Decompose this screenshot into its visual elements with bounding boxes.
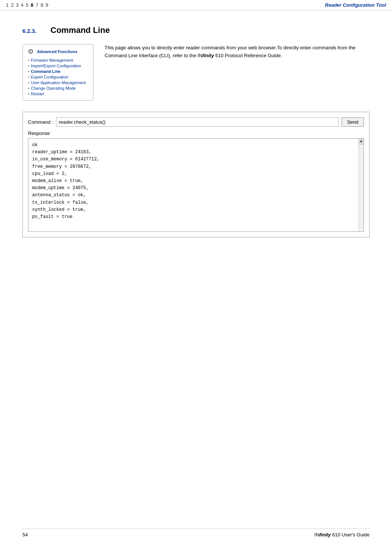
response-line: ps_fault = true <box>32 213 360 221</box>
sidebar-link-anchor-5[interactable]: Change Operating Mode <box>31 86 76 90</box>
page-number-1[interactable]: 1 <box>6 2 9 8</box>
response-line: reader_uptime = 24183, <box>32 149 360 156</box>
response-line: modem_alive = true, <box>32 178 360 185</box>
two-col-layout: ⚙ Advanced Functions Firmware Management… <box>22 44 370 101</box>
section-number: 6.2.3. <box>22 28 43 34</box>
response-box: okreader_uptime = 24183,in_use_memory = … <box>28 138 364 232</box>
page-number-4[interactable]: 4 <box>21 2 24 8</box>
command-panel: Command : Send Response okreader_uptime … <box>22 112 370 237</box>
command-row: Command : Send <box>28 117 364 127</box>
response-line: tx_interlock = false, <box>32 199 360 206</box>
app-title: Reader Configuration Tool <box>325 2 386 8</box>
sidebar-link-2[interactable]: Command Line <box>28 69 89 74</box>
description-text: This page allows you to directly enter r… <box>105 44 370 101</box>
sidebar-link-anchor-6[interactable]: Restart <box>31 92 44 96</box>
page-number-3[interactable]: 3 <box>16 2 18 8</box>
sidebar-box-title: Advanced Functions <box>37 49 77 54</box>
main-content: 6.2.3. Command Line ⚙ Advanced Functions… <box>0 10 392 260</box>
sidebar-link-3[interactable]: Expert Configuration <box>28 75 89 79</box>
footer-infinity-italic: finity <box>319 532 331 538</box>
send-button[interactable]: Send <box>342 117 364 127</box>
response-line: ok <box>32 142 360 149</box>
footer-page-number: 54 <box>22 532 28 538</box>
sidebar-link-4[interactable]: User Application Management <box>28 80 89 85</box>
sidebar-link-anchor-3[interactable]: Expert Configuration <box>31 75 68 79</box>
scrollbar-up-arrow[interactable]: ▲ <box>359 139 364 145</box>
sidebar-link-anchor-1[interactable]: Import/Export Configuration <box>31 64 81 68</box>
sidebar-link-5[interactable]: Change Operating Mode <box>28 86 89 90</box>
infinity-italic: finity <box>203 53 214 58</box>
response-line: cpu_load = 2, <box>32 170 360 178</box>
sidebar-links: Firmware ManagementImport/Export Configu… <box>27 58 89 96</box>
page-number-6[interactable]: 6 <box>31 2 33 8</box>
page-number-7[interactable]: 7 <box>36 2 38 8</box>
response-line: modem_uptime = 24075, <box>32 185 360 192</box>
response-label: Response <box>28 130 364 136</box>
sidebar-link-1[interactable]: Import/Export Configuration <box>28 64 89 68</box>
section-heading: 6.2.3. Command Line <box>22 25 370 35</box>
sidebar-link-anchor-2[interactable]: Command Line <box>31 69 61 74</box>
page-number-5[interactable]: 5 <box>26 2 28 8</box>
sidebar-link-6[interactable]: Restart <box>28 92 89 96</box>
section-title: Command Line <box>50 25 110 35</box>
response-scrollbar[interactable]: ▲ <box>358 139 364 231</box>
sidebar-link-anchor-0[interactable]: Firmware Management <box>31 58 73 62</box>
sidebar-link-0[interactable]: Firmware Management <box>28 58 89 62</box>
command-label: Command : <box>28 119 53 125</box>
response-line: in_use_memory = 61427712, <box>32 156 360 163</box>
response-content: okreader_uptime = 24183,in_use_memory = … <box>32 142 360 221</box>
response-line: free_memory = 2076672, <box>32 163 360 170</box>
sidebar-header: ⚙ Advanced Functions <box>27 47 89 56</box>
page-numbers: 123456789 <box>6 2 48 8</box>
top-bar: 123456789 Reader Configuration Tool <box>0 0 392 10</box>
response-line: synth_locked = true, <box>32 206 360 213</box>
sidebar-box: ⚙ Advanced Functions Firmware Management… <box>22 44 93 101</box>
response-line: antenna_status = ok, <box>32 192 360 199</box>
description-before: This page allows you to directly enter r… <box>105 45 355 58</box>
footer: 54 INfinity 610 User's Guide <box>22 529 370 538</box>
footer-guide-title: INfinity 610 User's Guide <box>314 532 370 538</box>
sidebar-link-anchor-4[interactable]: User Application Management <box>31 80 86 85</box>
command-input[interactable] <box>56 117 338 127</box>
page-number-9[interactable]: 9 <box>46 2 48 8</box>
page-number-8[interactable]: 8 <box>41 2 43 8</box>
gear-icon: ⚙ <box>27 47 35 56</box>
page-number-2[interactable]: 2 <box>11 2 13 8</box>
